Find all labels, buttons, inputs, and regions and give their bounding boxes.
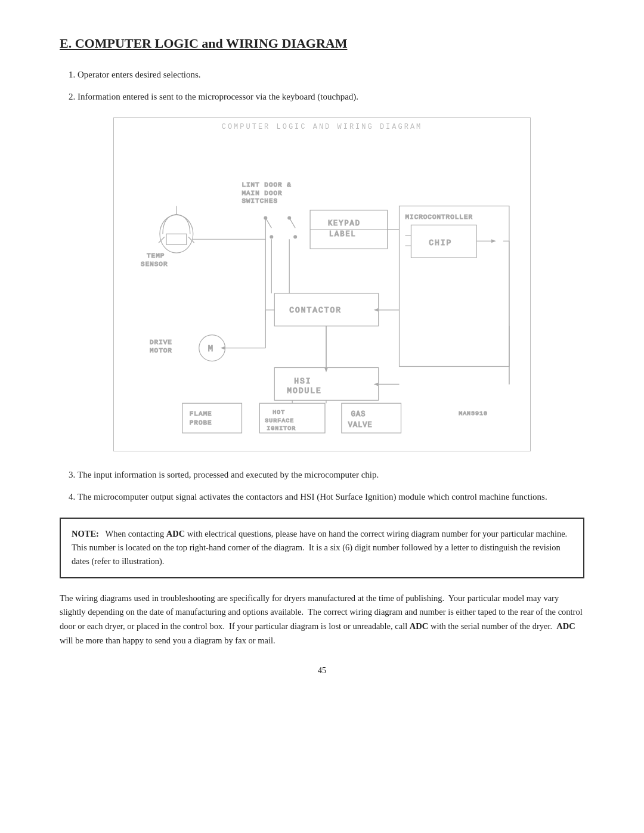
page-number: 45	[60, 666, 584, 676]
page-title: E. COMPUTER LOGIC and WIRING DIAGRAM	[60, 36, 584, 51]
list-item-4: The microcomputer output signal activate…	[78, 490, 584, 504]
svg-text:MOTOR: MOTOR	[150, 347, 172, 354]
svg-text:VALVE: VALVE	[348, 421, 373, 429]
diagram-container: COMPUTER LOGIC AND WIRING DIAGRAM TEMP S…	[60, 117, 584, 451]
svg-rect-21	[400, 206, 509, 366]
svg-marker-34	[374, 308, 379, 312]
svg-text:HSI: HSI	[294, 377, 311, 386]
svg-text:SURFACE: SURFACE	[265, 417, 294, 424]
svg-text:LABEL: LABEL	[329, 230, 357, 239]
numbered-list: Operator enters desired selections. Info…	[60, 68, 584, 103]
svg-text:TEMP: TEMP	[147, 252, 165, 259]
svg-text:MODULE: MODULE	[287, 386, 322, 395]
svg-text:MAIN DOOR: MAIN DOOR	[242, 190, 282, 197]
svg-rect-51	[182, 403, 242, 433]
note-label: NOTE:	[72, 529, 99, 538]
svg-marker-43	[374, 382, 379, 386]
svg-text:FLAME: FLAME	[190, 410, 212, 417]
svg-marker-45	[324, 368, 328, 373]
list-item-1: Operator enters desired selections.	[78, 68, 584, 82]
body-adc-1: ADC	[410, 621, 428, 631]
svg-point-11	[287, 216, 291, 219]
body-adc-2: ADC	[556, 621, 575, 631]
svg-marker-64	[491, 239, 496, 243]
numbered-list-continued: The input information is sorted, process…	[60, 468, 584, 503]
diagram-title: COMPUTER LOGIC AND WIRING DIAGRAM	[222, 123, 423, 131]
svg-line-12	[265, 218, 271, 228]
note-adc-1: ADC	[166, 529, 185, 538]
diagram-svg: TEMP SENSOR LINT DOOR & MAIN DOOR SWITCH…	[114, 118, 530, 451]
svg-text:SWITCHES: SWITCHES	[242, 197, 278, 205]
svg-point-15	[293, 235, 297, 239]
svg-text:HOT: HOT	[273, 409, 285, 416]
svg-text:IGNITOR: IGNITOR	[267, 425, 296, 432]
svg-text:KEYPAD: KEYPAD	[328, 219, 361, 228]
svg-text:M: M	[208, 344, 213, 354]
svg-text:LINT DOOR &: LINT DOOR &	[242, 181, 291, 188]
svg-text:PROBE: PROBE	[190, 419, 212, 426]
svg-marker-49	[221, 346, 225, 350]
body-paragraph-1: The wiring diagrams used in troubleshoot…	[60, 592, 584, 649]
list-item-3: The input information is sorted, process…	[78, 468, 584, 482]
svg-text:CONTACTOR: CONTACTOR	[289, 306, 342, 315]
svg-text:CHIP: CHIP	[429, 239, 452, 247]
note-text: NOTE: When contacting ADC with electrica…	[72, 527, 572, 569]
svg-text:DRIVE: DRIVE	[150, 339, 172, 346]
svg-line-13	[289, 218, 295, 228]
note-box: NOTE: When contacting ADC with electrica…	[60, 518, 584, 578]
svg-rect-4	[166, 234, 187, 244]
svg-text:GAS: GAS	[351, 410, 366, 419]
svg-text:MICROCONTROLLER: MICROCONTROLLER	[405, 213, 473, 221]
svg-text:SENSOR: SENSOR	[141, 261, 168, 268]
svg-point-14	[270, 235, 273, 239]
list-item-2: Information entered is sent to the micro…	[78, 90, 584, 104]
wiring-diagram: COMPUTER LOGIC AND WIRING DIAGRAM TEMP S…	[113, 117, 531, 451]
svg-text:MAN3910: MAN3910	[459, 410, 488, 417]
